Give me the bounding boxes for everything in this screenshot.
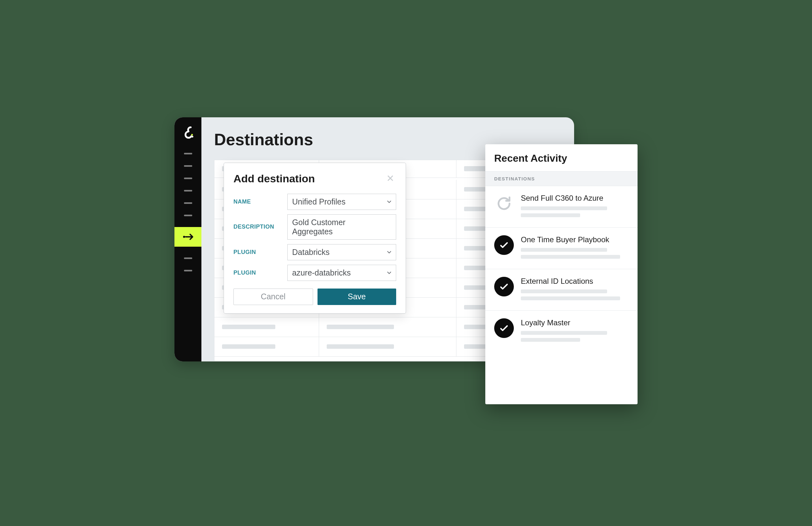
activity-item[interactable]: External ID Locations	[485, 269, 638, 311]
panel-title: Recent Activity	[485, 144, 638, 171]
save-button[interactable]: Save	[318, 289, 396, 305]
activity-title: Loyalty Master	[521, 318, 629, 327]
nav-item[interactable]	[184, 178, 192, 179]
nav-item[interactable]	[184, 270, 192, 272]
plugin-label: PLUGIN	[233, 249, 287, 255]
cancel-button[interactable]: Cancel	[233, 289, 313, 305]
activity-title: One Time Buyer Playbook	[521, 235, 629, 244]
nav-item[interactable]	[184, 190, 192, 191]
plugin-label-2: PLUGIN	[233, 269, 287, 276]
check-icon	[494, 318, 514, 338]
app-logo-icon	[181, 126, 195, 140]
add-destination-modal: Add destination ✕ NAME Unified Profiles …	[223, 163, 406, 313]
refresh-icon	[494, 194, 514, 214]
svg-point-0	[191, 134, 193, 136]
check-icon	[494, 277, 514, 296]
activity-item[interactable]: One Time Buyer Playbook	[485, 228, 638, 269]
nav-item[interactable]	[184, 165, 192, 167]
plugin-select[interactable]: Databricks	[287, 244, 396, 260]
check-icon	[494, 235, 514, 255]
plugin-instance-select[interactable]: azure-databricks	[287, 265, 396, 281]
panel-section-header: DESTINATIONS	[485, 171, 638, 186]
activity-title: External ID Locations	[521, 277, 629, 286]
recent-activity-panel: Recent Activity DESTINATIONS Send Full C…	[485, 144, 638, 404]
activity-item[interactable]: Send Full C360 to Azure	[485, 186, 638, 228]
name-label: NAME	[233, 199, 287, 205]
sidebar	[174, 117, 201, 362]
description-input[interactable]: Gold Customer Aggregates	[287, 214, 396, 240]
nav-item-destinations[interactable]	[174, 227, 201, 247]
nav-item[interactable]	[184, 215, 192, 216]
arrow-right-icon	[182, 231, 194, 243]
nav-item[interactable]	[184, 258, 192, 259]
description-label: DESCRIPTION	[233, 223, 287, 230]
close-icon[interactable]: ✕	[385, 173, 396, 184]
activity-title: Send Full C360 to Azure	[521, 194, 629, 203]
svg-point-1	[183, 236, 185, 237]
modal-title: Add destination	[233, 173, 315, 185]
activity-list: Send Full C360 to Azure One Time Buyer P…	[485, 186, 638, 404]
nav-item[interactable]	[184, 153, 192, 155]
name-select[interactable]: Unified Profiles	[287, 194, 396, 210]
nav-item[interactable]	[184, 202, 192, 204]
activity-item[interactable]: Loyalty Master	[485, 311, 638, 352]
